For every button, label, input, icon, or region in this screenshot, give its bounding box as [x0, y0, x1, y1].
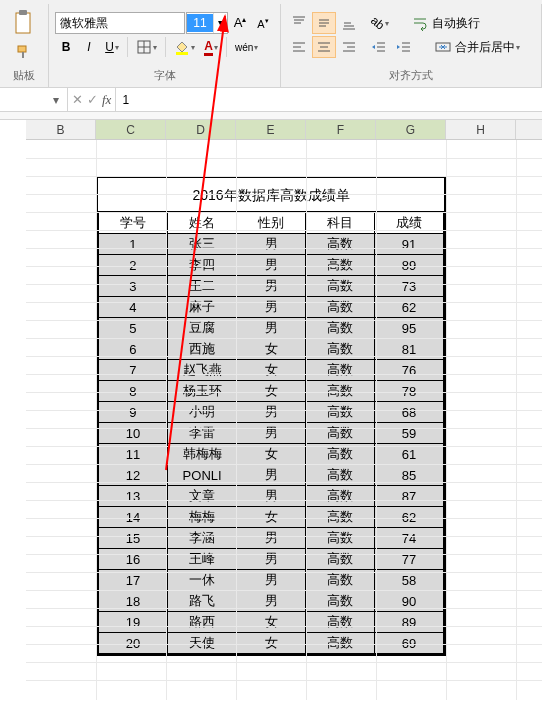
italic-button[interactable]: I [78, 36, 100, 58]
font-size-input[interactable]: 11 [187, 14, 213, 32]
worksheet[interactable]: BCDEFGH 2016年数据库高数成绩单 学号姓名性别科目成绩 1张三男高数9… [0, 120, 542, 700]
accept-formula-button[interactable]: ✓ [87, 92, 98, 107]
column-header-F[interactable]: F [306, 120, 376, 139]
table-cell: 李雷 [167, 423, 236, 444]
column-header-G[interactable]: G [376, 120, 446, 139]
table-cell: 李涵 [167, 528, 236, 549]
increase-indent-button[interactable] [392, 36, 416, 58]
formula-input[interactable] [115, 88, 542, 111]
cancel-formula-button[interactable]: ✕ [72, 92, 83, 107]
table-cell: 男 [237, 528, 306, 549]
name-box-dropdown[interactable]: ▾ [48, 93, 64, 107]
clipboard-group: 贴板 [0, 4, 49, 87]
font-color-icon: A [204, 39, 213, 56]
font-group-label: 字体 [55, 66, 274, 87]
table-cell: 高数 [306, 360, 375, 381]
table-cell: 男 [237, 234, 306, 255]
format-painter-button[interactable] [6, 41, 42, 63]
table-cell: 男 [237, 423, 306, 444]
table-cell: 女 [237, 633, 306, 654]
align-right-button[interactable] [337, 36, 361, 58]
table-cell: 男 [237, 297, 306, 318]
wrap-text-button[interactable]: 自动换行 [405, 12, 487, 34]
table-cell: 高数 [306, 612, 375, 633]
table-row: 14梅梅女高数62 [99, 507, 444, 528]
align-center-button[interactable] [312, 36, 336, 58]
decrease-indent-button[interactable] [367, 36, 391, 58]
table-row: 9小明男高数68 [99, 402, 444, 423]
shrink-font-icon: A▾ [257, 17, 268, 30]
wrap-text-label: 自动换行 [432, 15, 480, 32]
name-box[interactable]: ▾ [0, 88, 68, 111]
table-row: 2李四男高数89 [99, 255, 444, 276]
column-header-E[interactable]: E [236, 120, 306, 139]
underline-icon: U [105, 40, 114, 54]
table-cell: 高数 [306, 234, 375, 255]
table-row: 3王二男高数73 [99, 276, 444, 297]
grow-font-button[interactable]: A▴ [229, 12, 251, 34]
table-title: 2016年数据库高数成绩单 [98, 178, 444, 212]
column-headers[interactable]: BCDEFGH [26, 120, 542, 140]
align-center-icon [316, 39, 332, 55]
font-name-combo[interactable]: ▾ [55, 12, 185, 34]
svg-rect-1 [19, 10, 27, 15]
table-cell: 男 [237, 255, 306, 276]
paste-button[interactable] [6, 7, 42, 39]
align-top-icon [291, 15, 307, 31]
table-cell: 高数 [306, 549, 375, 570]
orientation-icon: ab [368, 13, 387, 32]
shrink-font-button[interactable]: A▾ [252, 12, 274, 34]
border-button[interactable]: ▾ [132, 36, 161, 58]
cell-grid[interactable]: 2016年数据库高数成绩单 学号姓名性别科目成绩 1张三男高数912李四男高数8… [26, 140, 542, 700]
column-header-C[interactable]: C [96, 120, 166, 139]
table-cell: 87 [375, 486, 444, 507]
bold-button[interactable]: B [55, 36, 77, 58]
phonetic-icon: wén [235, 42, 253, 53]
table-cell: 路西 [167, 612, 236, 633]
bold-icon: B [62, 40, 71, 54]
table-cell: 张三 [167, 234, 236, 255]
column-header-B[interactable]: B [26, 120, 96, 139]
align-middle-button[interactable] [312, 12, 336, 34]
table-row: 15李涵男高数74 [99, 528, 444, 549]
align-top-button[interactable] [287, 12, 311, 34]
increase-indent-icon [396, 39, 412, 55]
formula-bar: ▾ ✕ ✓ fx [0, 88, 542, 112]
table-cell: 女 [237, 507, 306, 528]
align-left-button[interactable] [287, 36, 311, 58]
fill-color-button[interactable]: ▾ [170, 36, 199, 58]
table-cell: 69 [375, 633, 444, 654]
table-cell: 7 [99, 360, 168, 381]
table-row: 20天使女高数69 [99, 633, 444, 654]
table-cell: 文章 [167, 486, 236, 507]
insert-function-button[interactable]: fx [102, 92, 111, 108]
table-cell: 78 [375, 381, 444, 402]
table-cell: 76 [375, 360, 444, 381]
align-bottom-icon [341, 15, 357, 31]
merge-center-button[interactable]: 合并后居中▾ [428, 36, 527, 58]
table-cell: 4 [99, 297, 168, 318]
align-bottom-button[interactable] [337, 12, 361, 34]
font-size-combo[interactable]: 11 ▾ [186, 12, 228, 34]
table-cell: 77 [375, 549, 444, 570]
merge-center-label: 合并后居中 [455, 39, 515, 56]
table-cell: 李四 [167, 255, 236, 276]
table-cell: 王二 [167, 276, 236, 297]
table-cell: 小明 [167, 402, 236, 423]
svg-rect-0 [16, 13, 30, 33]
table-cell: 8 [99, 381, 168, 402]
orientation-button[interactable]: ab▾ [367, 12, 393, 34]
name-box-input[interactable] [0, 93, 48, 107]
table-cell: 高数 [306, 276, 375, 297]
font-color-button[interactable]: A▾ [200, 36, 222, 58]
table-cell: 高数 [306, 381, 375, 402]
table-cell: 68 [375, 402, 444, 423]
underline-button[interactable]: U▾ [101, 36, 123, 58]
phonetic-button[interactable]: wén▾ [231, 36, 262, 58]
table-cell: 男 [237, 486, 306, 507]
font-size-dropdown[interactable]: ▾ [213, 13, 227, 33]
column-header-H[interactable]: H [446, 120, 516, 139]
table-cell: 高数 [306, 423, 375, 444]
italic-icon: I [87, 40, 90, 54]
column-header-D[interactable]: D [166, 120, 236, 139]
